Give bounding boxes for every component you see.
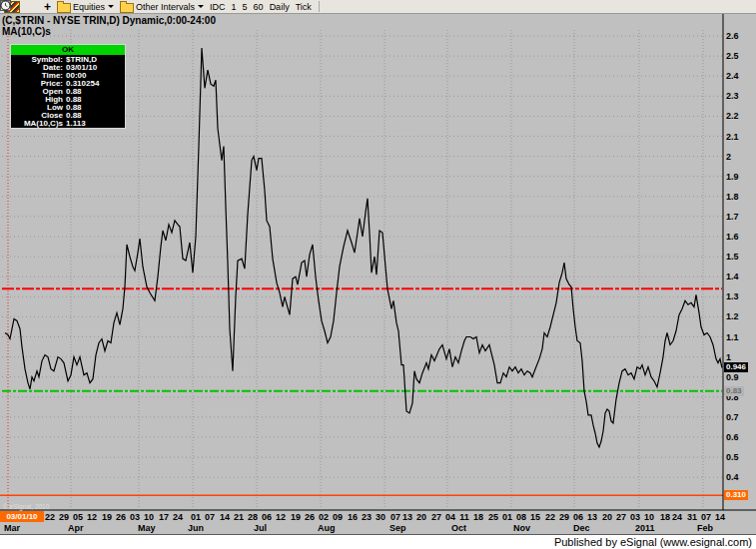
price-axis-label: 1.7 [726, 212, 756, 222]
new-chart-button[interactable] [30, 1, 34, 13]
interval-button-tick[interactable]: Tick [294, 1, 314, 13]
price-axis-label: 1.6 [726, 232, 756, 242]
interval-button-5min[interactable]: 5 [241, 1, 250, 13]
price-axis-badge: 0.83 [724, 386, 744, 396]
time-axis-month-label: Mar [4, 523, 20, 533]
status-bar: Published by eSignal (www.esignal.com) [0, 534, 756, 549]
time-axis-month-label: May [138, 523, 156, 533]
time-axis-month-label: Dec [573, 523, 590, 533]
chart-title: (C,$TRIN - NYSE TRIN,D) Dynamic,0:00-24:… [2, 15, 216, 26]
interval-button-1min[interactable]: 1 [230, 1, 239, 13]
interval-label: 5 [243, 2, 248, 12]
time-axis-month-label: Nov [513, 523, 530, 533]
chart-indicator-label: MA(10,C)s [2, 26, 51, 37]
interval-label: 1 [232, 2, 237, 12]
price-axis-badge: 0.310 [724, 490, 748, 500]
price-axis-label: 2.3 [726, 91, 756, 101]
interval-label: Daily [270, 2, 290, 12]
price-axis-label: 2.6 [726, 31, 756, 41]
interval-button-daily[interactable]: Daily [268, 1, 292, 13]
other-intervals-menu-label: Other Intervals [136, 2, 195, 12]
price-axis-label: 0.5 [726, 452, 756, 462]
tooltip-row: MA(10,C)s1.113 [11, 120, 125, 128]
folder-icon [57, 3, 71, 13]
clock-icon [0, 0, 11, 11]
price-axis-label: 1.2 [726, 311, 756, 321]
price-axis-label: 0.7 [726, 412, 756, 422]
time-axis-month-label: Jul [254, 523, 267, 533]
toolbar-separator [319, 1, 320, 12]
data-inspector-tooltip: OK Symbol:$TRIN,DDate:03/01/10Time:00:00… [10, 44, 126, 129]
price-axis-label: 1 [726, 352, 756, 362]
tile-windows-button[interactable] [24, 1, 28, 13]
time-axis-label: 14 [709, 512, 731, 522]
time-axis-month-label: Oct [451, 523, 466, 533]
interval-button-60min[interactable]: 60 [252, 1, 266, 13]
time-axis-month-label: Feb [697, 523, 713, 533]
price-axis-label: 2.4 [726, 71, 756, 81]
price-axis-label: 2.2 [726, 111, 756, 121]
equities-menu-label: Equities [73, 2, 105, 12]
time-axis-month-label: Jun [188, 523, 204, 533]
interval-label: IDC [210, 2, 226, 12]
price-axis-label: 1.5 [726, 252, 756, 262]
crosshair-date-badge: 03/01/10 [0, 511, 44, 522]
price-axis-label: 0.9 [726, 372, 756, 382]
price-axis-label: 1.3 [726, 291, 756, 301]
add-symbol-button[interactable]: + [42, 1, 53, 13]
interval-label: 60 [254, 2, 264, 12]
chevron-down-icon [198, 5, 204, 8]
price-axis-badge: 0.946 [724, 362, 748, 372]
interval-button-idc[interactable]: IDC [208, 1, 228, 13]
price-axis-label: 1.8 [726, 192, 756, 202]
price-axis-label: 2 [726, 152, 756, 162]
interval-label: Tick [296, 2, 312, 12]
toolbar: + Equities Other Intervals IDC 1 5 60 Da… [0, 0, 756, 14]
price-axis-label: 2.5 [726, 51, 756, 61]
time-axis-month-label: Aug [318, 523, 336, 533]
chevron-down-icon [108, 5, 114, 8]
published-by-label: Published by eSignal (www.esignal.com) [554, 536, 752, 548]
esignal-watermark: © eSignal, 2010 [3, 503, 49, 510]
folder-icon [120, 3, 134, 13]
equities-menu-button[interactable]: Equities [55, 1, 116, 13]
price-axis-label: 1.1 [726, 332, 756, 342]
time-axis-month-label: Sep [389, 523, 406, 533]
price-axis-label: 0.4 [726, 472, 756, 482]
tooltip-body: Symbol:$TRIN,DDate:03/01/10Time:00:00Pri… [11, 56, 125, 128]
price-axis-label: 1.9 [726, 172, 756, 182]
price-axis-label: 2.1 [726, 132, 756, 142]
window-properties-button[interactable] [36, 1, 40, 13]
other-intervals-menu-button[interactable]: Other Intervals [118, 1, 206, 13]
price-axis-label: 1.4 [726, 272, 756, 281]
price-axis-label: 0.6 [726, 432, 756, 442]
time-axis-month-label: 2011 [635, 523, 655, 533]
time-axis-month-label: Apr [68, 523, 84, 533]
